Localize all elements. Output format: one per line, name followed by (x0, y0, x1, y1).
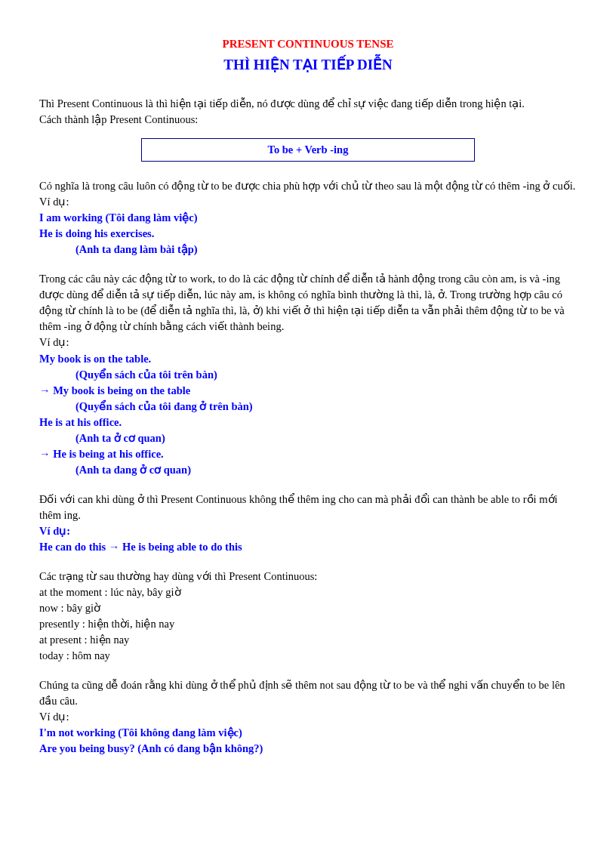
section4-adv2: now : bây giờ (39, 600, 577, 616)
section2-ex4b: (Anh ta đang ở cơ quan) (39, 462, 577, 478)
section2-ex1b: (Quyển sách của tôi trên bàn) (39, 367, 577, 383)
section5-vd: Ví dụ: (39, 709, 577, 725)
section1-p1: Có nghĩa là trong câu luôn có động từ to… (39, 178, 577, 194)
section3-vd: Ví dụ: (39, 523, 577, 539)
section2-ex3: He is at his office. (39, 415, 577, 430)
section1-ex2b: (Anh ta đang làm bài tập) (39, 242, 577, 257)
section3-ex1: He can do this → He is being able to do … (39, 539, 577, 555)
section1-vd: Ví dụ: (39, 194, 577, 210)
section2-ex3b: (Anh ta ở cơ quan) (39, 430, 577, 446)
section5-p1: Chúng ta cũng dễ đoán rằng khi dùng ở th… (39, 677, 577, 709)
section4-p1: Các trạng từ sau thường hay dùng với thì… (39, 569, 577, 584)
section1-ex1: I am working (Tôi đang làm việc) (39, 210, 577, 226)
intro-p1: Thì Present Continuous là thì hiện tại t… (39, 96, 577, 112)
title-block: PRESENT CONTINUOUS TENSE THÌ HIỆN TẠI TI… (39, 36, 577, 75)
section4-adv5: today : hôm nay (39, 648, 577, 664)
title-line1: PRESENT CONTINUOUS TENSE (39, 36, 577, 53)
section5-ex1: I'm not working (Tôi không đang làm việc… (39, 725, 577, 741)
section4-adv3: presently : hiện thời, hiện nay (39, 616, 577, 632)
section4-adv1: at the moment : lúc này, bây giờ (39, 584, 577, 600)
section2-p1: Trong các câu này các động từ to work, t… (39, 271, 577, 335)
section1-ex2: He is doing his exercises. (39, 226, 577, 242)
section5-ex2: Are you being busy? (Anh có đang bận khô… (39, 741, 577, 757)
section3-p1: Đối với can khi dùng ở thì Present Conti… (39, 492, 577, 523)
section2-ex2b: (Quyển sách của tôi đang ở trên bàn) (39, 399, 577, 415)
section2-ex1: My book is on the table. (39, 351, 577, 367)
section4-adv4: at present : hiện nay (39, 632, 577, 648)
intro-p2: Cách thành lập Present Continuous: (39, 112, 577, 128)
section2-ex2: → My book is being on the table (39, 383, 577, 399)
title-line2: THÌ HIỆN TẠI TIẾP DIỄN (39, 54, 577, 76)
section2-ex4: → He is being at his office. (39, 446, 577, 462)
formula-box: To be + Verb -ing (141, 138, 475, 162)
section2-vd: Ví dụ: (39, 335, 577, 350)
